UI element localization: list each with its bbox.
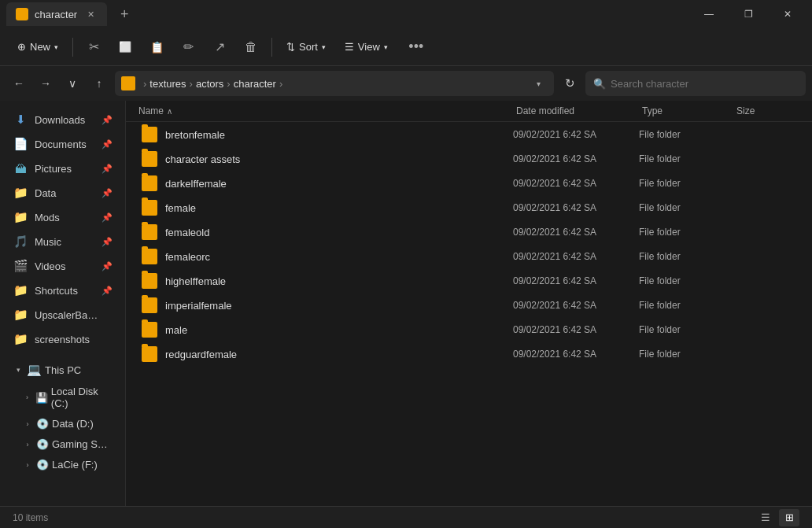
cut-button[interactable]: ✂ <box>79 33 108 61</box>
table-row[interactable]: femaleorc 09/02/2021 6:42 SA File folder <box>129 245 809 268</box>
col-type-label: Type <box>642 105 663 116</box>
share-button[interactable]: ↗ <box>205 33 234 61</box>
view-button[interactable]: ☰ View ▾ <box>337 36 396 57</box>
delete-button[interactable]: 🗑 <box>237 33 265 61</box>
folder-icon <box>142 151 157 167</box>
sidebar-item-mods[interactable]: 📁 Mods 📌 <box>3 205 122 229</box>
col-header-name[interactable]: Name ∧ <box>138 105 516 116</box>
table-row[interactable]: femaleold 09/02/2021 6:42 SA File folder <box>129 220 809 244</box>
sidebar-item-documents[interactable]: 📄 Documents 📌 <box>3 132 122 156</box>
sidebar-tree-datad[interactable]: › 💿 Data (D:) <box>3 414 122 434</box>
sidebar-item-label-mods: Mods <box>35 212 60 223</box>
search-input[interactable] <box>611 78 798 90</box>
up-button[interactable]: ↑ <box>87 71 112 96</box>
sidebar-tree-lacie[interactable]: › 💿 LaCie (F:) <box>3 455 122 474</box>
table-row[interactable]: darkelffemale 09/02/2021 6:42 SA File fo… <box>129 172 809 195</box>
table-row[interactable]: female 09/02/2021 6:42 SA File folder <box>129 196 809 220</box>
breadcrumb-dropdown-button[interactable]: ▾ <box>529 74 548 93</box>
sidebar-item-upscaler[interactable]: 📁 UpscalerBasePl... <box>3 303 122 327</box>
file-rows-container: bretonfemale 09/02/2021 6:42 SA File fol… <box>126 123 812 366</box>
tab-close-button[interactable]: ✕ <box>83 7 98 21</box>
window-controls: — ❐ ✕ <box>691 0 806 28</box>
forward-button[interactable]: → <box>33 71 58 96</box>
breadcrumb-character[interactable]: character <box>234 78 276 90</box>
sidebar-item-label-screenshots: screenshots <box>35 334 90 345</box>
music-icon: 🎵 <box>13 234 28 249</box>
sidebar-tree-localc-label: Local Disk (C:) <box>51 386 113 409</box>
file-type: File folder <box>639 251 733 262</box>
table-row[interactable]: highelffemale 09/02/2021 6:42 SA File fo… <box>129 269 809 293</box>
list-view-toggle[interactable]: ☰ <box>755 509 776 526</box>
close-button[interactable]: ✕ <box>770 0 806 28</box>
upscaler-icon: 📁 <box>13 307 28 323</box>
col-header-size[interactable]: Size <box>736 105 799 116</box>
sidebar-item-downloads[interactable]: ⬇ Downloads 📌 <box>3 108 122 131</box>
breadcrumb-textures[interactable]: textures <box>149 78 186 90</box>
file-date: 09/02/2021 6:42 SA <box>513 202 639 213</box>
breadcrumb-path: › textures › actors › character › <box>140 78 529 90</box>
view-label: View <box>358 41 380 53</box>
expand-button[interactable]: ∨ <box>60 71 85 96</box>
sidebar-tree-localc[interactable]: › 💾 Local Disk (C:) <box>3 382 122 413</box>
col-date-label: Date modified <box>516 105 574 116</box>
disk-f-icon: 💿 <box>36 459 49 471</box>
sort-asc-icon: ∧ <box>167 107 172 116</box>
paste-button[interactable]: 📋 <box>142 33 171 61</box>
file-date: 09/02/2021 6:42 SA <box>513 251 639 262</box>
file-type: File folder <box>639 300 733 311</box>
sidebar-item-pictures[interactable]: 🏔 Pictures 📌 <box>3 157 122 180</box>
grid-view-toggle[interactable]: ⊞ <box>779 509 799 526</box>
datad-expand-icon: › <box>22 419 33 430</box>
col-header-date[interactable]: Date modified <box>516 105 642 116</box>
file-date: 09/02/2021 6:42 SA <box>513 129 639 140</box>
copy-button[interactable]: ⬜ <box>111 33 139 61</box>
sidebar-item-videos[interactable]: 🎬 Videos 📌 <box>3 254 122 278</box>
folder-icon <box>142 175 157 191</box>
lacie-expand-icon: › <box>22 460 33 471</box>
refresh-button[interactable]: ↻ <box>557 71 582 96</box>
grid-view-icon: ⊞ <box>785 511 794 523</box>
sidebar-tree-thispc[interactable]: ▾ 💻 This PC <box>3 359 122 381</box>
shortcuts-icon: 📁 <box>13 282 28 298</box>
breadcrumb-bar[interactable]: › textures › actors › character › ▾ <box>115 71 554 96</box>
pin-icon-pictures: 📌 <box>102 164 113 174</box>
search-bar: 🔍 <box>585 71 806 96</box>
thispc-expand-icon: ▾ <box>13 364 24 375</box>
file-type: File folder <box>639 178 733 189</box>
pc-icon: 💻 <box>27 363 42 377</box>
file-date: 09/02/2021 6:42 SA <box>513 178 639 189</box>
sidebar-item-screenshots[interactable]: 📁 screenshots <box>3 327 122 351</box>
breadcrumb-actors[interactable]: actors <box>196 78 223 90</box>
minimize-button[interactable]: — <box>691 0 727 28</box>
rename-button[interactable]: ✏ <box>174 33 202 61</box>
back-button[interactable]: ← <box>6 71 31 96</box>
sidebar-item-label-documents: Documents <box>35 138 87 150</box>
address-bar: ← → ∨ ↑ › textures › actors › character … <box>0 66 812 101</box>
sort-button[interactable]: ⇅ Sort ▾ <box>279 36 334 57</box>
table-row[interactable]: redguardfemale 09/02/2021 6:42 SA File f… <box>129 342 809 366</box>
file-area: Name ∧ Date modified Type Size bretonfem… <box>126 101 812 506</box>
sidebar-item-data[interactable]: 📁 Data 📌 <box>3 181 122 205</box>
new-button[interactable]: ⊕ New ▾ <box>9 36 66 57</box>
file-type: File folder <box>639 275 733 286</box>
active-tab[interactable]: character ✕ <box>6 2 107 26</box>
sidebar-item-music[interactable]: 🎵 Music 📌 <box>3 230 122 253</box>
sidebar-item-label-pictures: Pictures <box>35 163 72 175</box>
table-row[interactable]: bretonfemale 09/02/2021 6:42 SA File fol… <box>129 123 809 146</box>
sidebar-tree-gamingssd[interactable]: › 💿 Gaming SSD (E <box>3 434 122 454</box>
file-type: File folder <box>639 153 733 164</box>
breadcrumb-sep-3: › <box>279 78 282 90</box>
table-row[interactable]: character assets 09/02/2021 6:42 SA File… <box>129 147 809 171</box>
table-row[interactable]: male 09/02/2021 6:42 SA File folder <box>129 318 809 342</box>
table-row[interactable]: imperialfemale 09/02/2021 6:42 SA File f… <box>129 294 809 317</box>
col-header-type[interactable]: Type <box>642 105 736 116</box>
search-icon: 🔍 <box>593 78 606 90</box>
folder-icon <box>142 224 157 240</box>
sidebar-item-shortcuts[interactable]: 📁 Shortcuts 📌 <box>3 279 122 302</box>
copy-icon: ⬜ <box>119 41 131 53</box>
maximize-button[interactable]: ❐ <box>730 0 766 28</box>
breadcrumb-sep-1: › <box>190 78 193 90</box>
more-button[interactable]: ••• <box>402 33 430 61</box>
sort-icon: ⇅ <box>286 41 295 53</box>
new-tab-button[interactable]: + <box>113 3 135 25</box>
